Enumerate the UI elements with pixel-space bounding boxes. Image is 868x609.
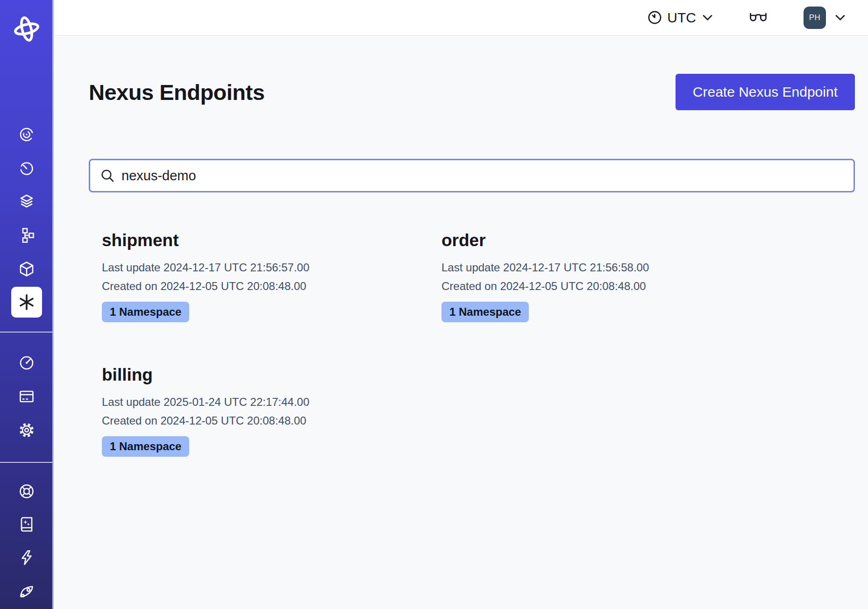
namespaces-icon bbox=[18, 126, 35, 143]
search-input[interactable] bbox=[121, 168, 843, 184]
chevron-down-icon bbox=[701, 12, 714, 23]
chevron-down-icon bbox=[834, 12, 847, 23]
endpoints-grid: shipment Last update 2024-12-17 UTC 21:5… bbox=[102, 231, 855, 457]
clock-icon bbox=[647, 10, 662, 25]
billing-card-icon bbox=[18, 388, 35, 405]
avatar[interactable]: PH bbox=[804, 7, 826, 29]
endpoint-last-update: Last update 2024-12-17 UTC 21:56:57.00 bbox=[102, 258, 441, 277]
endpoint-last-update: Last update 2024-12-17 UTC 21:56:58.00 bbox=[441, 258, 781, 277]
schedules-icon bbox=[18, 160, 35, 177]
feedback-bolt-icon bbox=[18, 549, 35, 566]
sidebar-item-batch-operations[interactable] bbox=[18, 227, 35, 244]
sidebar bbox=[0, 0, 54, 609]
top-header: UTC PH bbox=[55, 0, 868, 35]
docs-book-icon bbox=[18, 516, 35, 533]
sidebar-item-nexus-active[interactable] bbox=[11, 287, 42, 318]
endpoint-card-order[interactable]: order Last update 2024-12-17 UTC 21:56:5… bbox=[441, 231, 781, 322]
endpoint-name: shipment bbox=[102, 231, 441, 250]
main-content: Nexus Endpoints Create Nexus Endpoint sh… bbox=[55, 36, 868, 609]
stack-icon bbox=[18, 193, 35, 210]
sidebar-divider bbox=[0, 332, 52, 333]
endpoint-name: billing bbox=[102, 365, 441, 385]
namespace-badge: 1 Namespace bbox=[102, 436, 189, 457]
sidebar-divider bbox=[0, 462, 52, 463]
namespace-badge: 1 Namespace bbox=[102, 302, 189, 322]
search-icon bbox=[100, 169, 114, 183]
sidebar-item-support[interactable] bbox=[18, 483, 35, 500]
sidebar-item-docs[interactable] bbox=[18, 516, 35, 533]
sidebar-item-feedback[interactable] bbox=[18, 549, 35, 566]
deployments-icon bbox=[18, 261, 35, 277]
sidebar-item-usage[interactable] bbox=[18, 354, 35, 371]
usage-gauge-icon bbox=[18, 354, 35, 371]
namespace-badge: 1 Namespace bbox=[441, 302, 529, 322]
endpoint-card-shipment[interactable]: shipment Last update 2024-12-17 UTC 21:5… bbox=[102, 231, 441, 322]
sidebar-item-stack[interactable] bbox=[18, 193, 35, 210]
timezone-label: UTC bbox=[667, 10, 696, 26]
nexus-asterisk-icon bbox=[16, 292, 37, 312]
sidebar-item-deployments[interactable] bbox=[18, 261, 35, 277]
sidebar-item-settings[interactable] bbox=[18, 422, 35, 439]
labs-mode-button[interactable] bbox=[748, 10, 768, 25]
account-menu[interactable]: PH bbox=[804, 7, 847, 29]
sidebar-item-schedules[interactable] bbox=[18, 160, 35, 177]
create-nexus-endpoint-button[interactable]: Create Nexus Endpoint bbox=[676, 74, 855, 110]
endpoint-created-on: Created on 2024-12-05 UTC 20:08:48.00 bbox=[441, 277, 781, 296]
page-title: Nexus Endpoints bbox=[89, 79, 264, 105]
batch-operations-icon bbox=[18, 227, 35, 244]
endpoint-last-update: Last update 2025-01-24 UTC 22:17:44.00 bbox=[102, 393, 441, 411]
sidebar-item-getting-started[interactable] bbox=[18, 583, 35, 600]
sidebar-item-billing[interactable] bbox=[18, 388, 35, 405]
sidebar-item-namespaces[interactable] bbox=[18, 126, 35, 143]
timezone-selector[interactable]: UTC bbox=[647, 10, 714, 26]
endpoint-created-on: Created on 2024-12-05 UTC 20:08:48.00 bbox=[102, 277, 441, 296]
endpoint-name: order bbox=[441, 231, 781, 250]
page-header: Nexus Endpoints Create Nexus Endpoint bbox=[89, 74, 855, 110]
getting-started-rocket-icon bbox=[18, 583, 35, 600]
settings-gear-icon bbox=[18, 422, 35, 439]
temporal-logo-icon[interactable] bbox=[12, 13, 42, 45]
glasses-icon bbox=[748, 10, 768, 25]
endpoint-created-on: Created on 2024-12-05 UTC 20:08:48.00 bbox=[102, 411, 441, 430]
search-box bbox=[89, 159, 855, 192]
support-lifering-icon bbox=[18, 483, 35, 500]
endpoint-card-billing[interactable]: billing Last update 2025-01-24 UTC 22:17… bbox=[102, 365, 441, 457]
